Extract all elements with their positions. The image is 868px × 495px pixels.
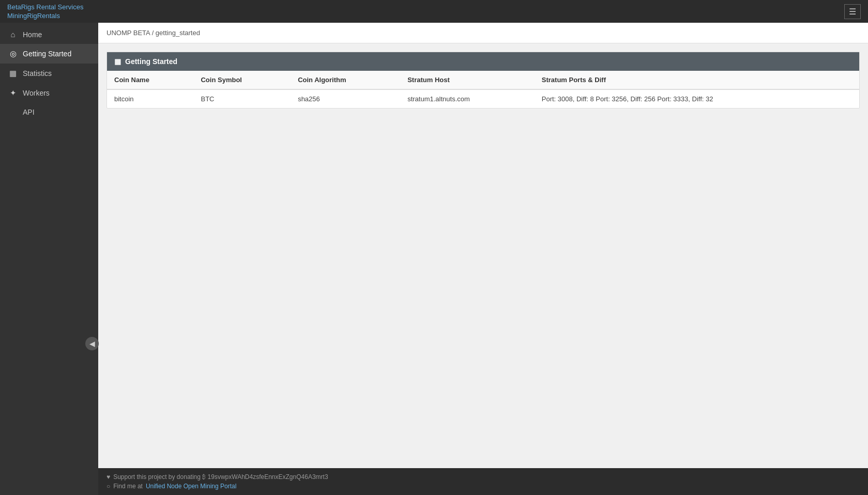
- sidebar-item-statistics[interactable]: ▦Statistics: [0, 64, 98, 83]
- table-col-header: Coin Symbol: [193, 71, 291, 89]
- content-area: ▦ Getting Started Coin NameCoin SymbolCo…: [98, 43, 868, 468]
- coins-table: Coin NameCoin SymbolCoin AlgorithmStratu…: [107, 71, 859, 108]
- sidebar: ⌂Home◎Getting Started▦Statistics✦Workers…: [0, 23, 98, 495]
- miningrig-link[interactable]: MiningRigRentals: [7, 12, 83, 20]
- table-col-header: Coin Name: [107, 71, 193, 89]
- sidebar-item-getting-started[interactable]: ◎Getting Started: [0, 44, 98, 64]
- card-title: Getting Started: [125, 57, 177, 66]
- sidebar-label-workers: Workers: [23, 89, 50, 97]
- sidebar-label-api: API: [23, 108, 35, 116]
- heart-icon: ♥: [106, 473, 110, 481]
- card-header-icon: ▦: [114, 57, 121, 66]
- layout: ⌂Home◎Getting Started▦Statistics✦Workers…: [0, 23, 868, 495]
- sidebar-item-workers[interactable]: ✦Workers: [0, 83, 98, 103]
- table-body: bitcoinBTCsha256stratum1.altnuts.comPort…: [107, 89, 859, 108]
- table-header-row: Coin NameCoin SymbolCoin AlgorithmStratu…: [107, 71, 859, 89]
- topbar-links: BetaRigs Rental Services MiningRigRental…: [7, 3, 83, 20]
- menu-button[interactable]: ☰: [844, 4, 861, 19]
- footer-line-1: ♥ Support this project by donating ₿ 19s…: [106, 473, 860, 481]
- workers-icon: ✦: [8, 88, 18, 98]
- home-icon: ⌂: [8, 30, 18, 39]
- table-col-header: Stratum Host: [400, 71, 535, 89]
- table-row: bitcoinBTCsha256stratum1.altnuts.comPort…: [107, 89, 859, 108]
- sidebar-nav: ⌂Home◎Getting Started▦Statistics✦Workers…: [0, 23, 98, 495]
- breadcrumb-text: UNOMP BETA / getting_started: [106, 29, 200, 37]
- table-col-header: Stratum Ports & Diff: [535, 71, 859, 89]
- footer-donate-text: Support this project by donating ₿ 19svw…: [113, 473, 328, 481]
- statistics-icon: ▦: [8, 69, 18, 78]
- sidebar-label-statistics: Statistics: [23, 69, 52, 78]
- table-cell: Port: 3008, Diff: 8 Port: 3256, Diff: 25…: [535, 89, 859, 108]
- main-content: UNOMP BETA / getting_started ▦ Getting S…: [98, 23, 868, 495]
- table-cell: sha256: [291, 89, 400, 108]
- footer-line-2: ○ Find me at Unified Node Open Mining Po…: [106, 483, 860, 490]
- betarigs-link[interactable]: BetaRigs Rental Services: [7, 3, 83, 11]
- circle-icon: ○: [106, 483, 110, 490]
- card-header: ▦ Getting Started: [107, 52, 859, 71]
- getting-started-card: ▦ Getting Started Coin NameCoin SymbolCo…: [106, 52, 860, 109]
- sidebar-item-home[interactable]: ⌂Home: [0, 25, 98, 44]
- card-body: Coin NameCoin SymbolCoin AlgorithmStratu…: [107, 71, 859, 108]
- table-cell: stratum1.altnuts.com: [400, 89, 535, 108]
- sidebar-label-getting-started: Getting Started: [23, 50, 71, 58]
- table-cell: BTC: [193, 89, 291, 108]
- unomp-link[interactable]: Unified Node Open Mining Portal: [146, 483, 236, 490]
- breadcrumb: UNOMP BETA / getting_started: [98, 23, 868, 43]
- table-cell: bitcoin: [107, 89, 193, 108]
- sidebar-item-api[interactable]: API: [0, 103, 98, 121]
- topbar: BetaRigs Rental Services MiningRigRental…: [0, 0, 868, 23]
- table-col-header: Coin Algorithm: [291, 71, 400, 89]
- footer-find-prefix: Find me at: [113, 483, 143, 490]
- sidebar-toggle-button[interactable]: ◀: [85, 337, 99, 350]
- getting-started-icon: ◎: [8, 49, 18, 58]
- sidebar-label-home: Home: [23, 30, 42, 39]
- footer: ♥ Support this project by donating ₿ 19s…: [98, 468, 868, 495]
